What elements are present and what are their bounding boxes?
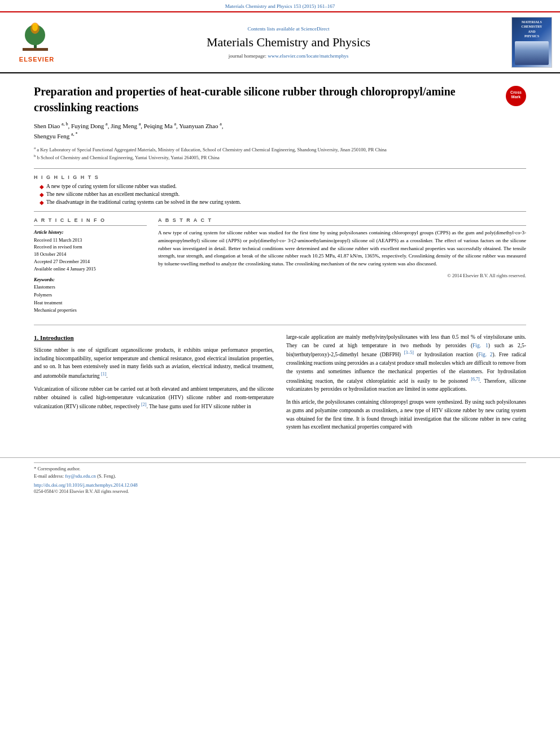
affiliation-a: a a Key Laboratory of Special Functional…: [34, 145, 526, 154]
elsevier-emblem: [11, 23, 62, 54]
journal-cover: MATERIALS CHEMISTRY AND PHYSICS: [509, 17, 554, 68]
doi-link[interactable]: http://dx.doi.org/10.1016/j.matchemphys.…: [34, 482, 138, 488]
author-peiqing-ma: Peiqing Ma: [144, 123, 173, 129]
footnote-block: * Corresponding author. E-mail address: …: [34, 462, 526, 480]
crossmark-block: Cross Mark: [504, 84, 526, 106]
journal-header: ELSEVIER Contents lists available at Sci…: [0, 12, 560, 73]
article-info-label: A R T I C L E I N F O: [34, 217, 147, 223]
highlights-label: H I G H L I G H T S: [34, 174, 526, 180]
abstract-label: A B S T R A C T: [158, 217, 526, 223]
intro-para-1: Silicone rubber is one of significant or…: [34, 346, 274, 381]
issn-line: 0254-0584/© 2014 Elsevier B.V. All right…: [34, 489, 526, 494]
keyword-mechanical: Mechanical properties: [34, 307, 147, 314]
highlight-item-1: ◆ A new type of curing system for silico…: [40, 184, 526, 190]
article-info-block: Article history: Received 11 March 2013 …: [34, 225, 147, 314]
keywords-label: Keywords:: [34, 277, 147, 282]
footer-section: * Corresponding author. E-mail address: …: [0, 457, 560, 500]
contents-available-text: Contents lists available at ScienceDirec…: [248, 26, 330, 32]
journal-cover-image: MATERIALS CHEMISTRY AND PHYSICS: [511, 17, 552, 68]
right-para-2: In this article, the polysiloxanes conta…: [286, 398, 526, 431]
email-line: E-mail address: fsy@sdu.edu.cn (S. Feng)…: [34, 473, 526, 480]
info-abstract-block: A R T I C L E I N F O Article history: R…: [34, 217, 526, 314]
title-row: Preparation and properties of heat-curab…: [34, 84, 526, 121]
fig2-ref: Fig. 2: [478, 352, 492, 357]
homepage-link[interactable]: www.elsevier.com/locate/matchemphys: [268, 53, 348, 59]
svg-text:Cross: Cross: [510, 90, 522, 94]
author-shengyu-feng: Shengyu Feng: [34, 133, 69, 139]
intro-heading: 1. Introduction: [34, 333, 274, 343]
bullet-1: ◆: [40, 184, 44, 190]
body-right-col: large-scale application are mainly methy…: [286, 333, 526, 436]
ref-1: [1]: [101, 372, 106, 377]
accepted-date: Accepted 27 December 2014: [34, 258, 147, 265]
bullet-2: ◆: [40, 191, 44, 198]
elsevier-logo-block: ELSEVIER: [6, 17, 68, 68]
article-content: Preparation and properties of heat-curab…: [0, 73, 560, 446]
body-left-col: 1. Introduction Silicone rubber is one o…: [34, 333, 274, 436]
article-title: Preparation and properties of heat-curab…: [34, 84, 498, 115]
body-section: 1. Introduction Silicone rubber is one o…: [34, 325, 526, 436]
title-block: Preparation and properties of heat-curab…: [34, 84, 498, 121]
keyword-polymers: Polymers: [34, 291, 147, 299]
sciencedirect-link[interactable]: ScienceDirect: [301, 26, 329, 32]
keyword-elastomers: Elastomers: [34, 283, 147, 291]
authors-block: Shen Diao a, b, Fuying Dong a, Jing Meng…: [34, 121, 526, 142]
ref-3-5: [3–5]: [404, 350, 414, 355]
author-yuanyuan-zhao: Yuanyuan Zhao: [179, 123, 218, 129]
journal-top-bar: Materials Chemistry and Physics 153 (201…: [0, 0, 560, 12]
copyright-line: © 2014 Elsevier B.V. All rights reserved…: [158, 273, 526, 278]
journal-homepage: journal homepage: www.elsevier.com/locat…: [229, 53, 348, 59]
cover-title: MATERIALS CHEMISTRY AND PHYSICS: [522, 20, 542, 39]
elsevier-wordmark: ELSEVIER: [19, 56, 54, 63]
bullet-3: ◆: [40, 199, 44, 206]
crossmark-icon: Cross Mark: [506, 86, 526, 106]
corresponding-note: * Corresponding author.: [34, 465, 526, 473]
svg-point-5: [32, 23, 38, 31]
journal-title-block: Contents lists available at ScienceDirec…: [73, 17, 504, 68]
article-info-col: A R T I C L E I N F O Article history: R…: [34, 217, 147, 314]
svg-text:Mark: Mark: [511, 95, 520, 99]
ref-6-7: [6,7]: [471, 377, 479, 382]
keyword-heat: Heat treatment: [34, 299, 147, 307]
body-two-col: 1. Introduction Silicone rubber is one o…: [34, 333, 526, 436]
author-fuying-dong: Fuying Dong: [71, 123, 104, 129]
right-para-1: large-scale application are mainly methy…: [286, 333, 526, 394]
divider-2: [34, 211, 526, 212]
fig1-ref: Fig. 1: [473, 343, 488, 348]
affiliations-block: a a Key Laboratory of Special Functional…: [34, 145, 526, 161]
highlight-item-2: ◆ The new silicone rubber has an excelle…: [40, 191, 526, 198]
author-jing-meng: Jing Meng: [111, 123, 137, 129]
intro-para-2: Vulcanization of silicone rubber can be …: [34, 385, 274, 411]
divider-1: [34, 168, 526, 169]
available-date: Available online 4 January 2015: [34, 265, 147, 273]
received-date: Received 11 March 2013: [34, 237, 147, 244]
abstract-col: A B S T R A C T A new type of curing sys…: [158, 217, 526, 314]
revised-date: 18 October 2014: [34, 251, 147, 258]
email-link[interactable]: fsy@sdu.edu.cn: [65, 473, 96, 479]
author-shen-diao: Shen Diao: [34, 123, 60, 129]
highlights-section: H I G H L I G H T S ◆ A new type of curi…: [34, 174, 526, 206]
abstract-text: A new type of curing system for silicone…: [158, 229, 526, 269]
revised-label: Received in revised form: [34, 243, 147, 251]
highlight-item-3: ◆ The disadvantage in the traditional cu…: [40, 199, 526, 206]
affiliation-b: b b School of Chemistry and Chemical Eng…: [34, 153, 526, 161]
abstract-block: A new type of curing system for silicone…: [158, 225, 526, 279]
journal-main-title: Materials Chemistry and Physics: [207, 35, 370, 50]
doi-line: http://dx.doi.org/10.1016/j.matchemphys.…: [34, 482, 526, 488]
journal-citation: Materials Chemistry and Physics 153 (201…: [225, 3, 335, 9]
history-label: Article history:: [34, 229, 147, 235]
svg-rect-3: [23, 48, 48, 51]
ref-2: [2]: [141, 402, 146, 407]
